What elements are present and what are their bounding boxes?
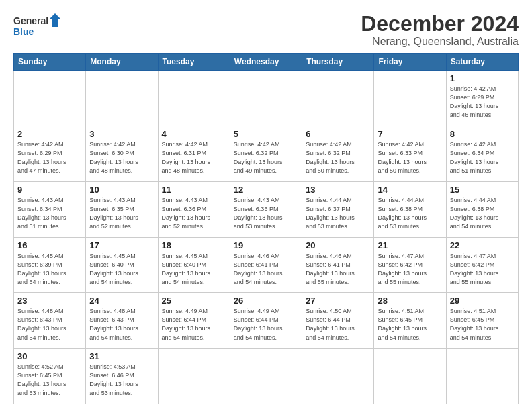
calendar-week-1: 1Sunrise: 4:42 AM Sunset: 6:29 PM Daylig… [14, 71, 519, 126]
calendar-cell: 7Sunrise: 4:42 AM Sunset: 6:33 PM Daylig… [374, 126, 446, 181]
calendar-header-saturday: Saturday [446, 54, 518, 71]
day-number: 25 [162, 295, 226, 306]
calendar-cell: 25Sunrise: 4:49 AM Sunset: 6:44 PM Dayli… [158, 293, 230, 349]
calendar-cell: 16Sunrise: 4:45 AM Sunset: 6:39 PM Dayli… [14, 237, 86, 293]
calendar-cell [158, 71, 230, 126]
day-info: Sunrise: 4:42 AM Sunset: 6:32 PM Dayligh… [306, 140, 370, 175]
day-number: 10 [89, 185, 154, 195]
day-info: Sunrise: 4:42 AM Sunset: 6:34 PM Dayligh… [450, 140, 515, 175]
calendar-week-6: 30Sunrise: 4:52 AM Sunset: 6:45 PM Dayli… [14, 349, 519, 404]
day-number: 7 [378, 129, 442, 139]
calendar-cell [86, 71, 158, 126]
day-info: Sunrise: 4:48 AM Sunset: 6:43 PM Dayligh… [17, 307, 82, 342]
calendar-week-3: 9Sunrise: 4:43 AM Sunset: 6:34 PM Daylig… [14, 181, 519, 237]
day-number: 21 [378, 240, 442, 250]
calendar-cell [302, 71, 374, 126]
calendar-header-sunday: Sunday [14, 54, 86, 71]
day-number: 3 [89, 129, 154, 139]
day-info: Sunrise: 4:42 AM Sunset: 6:31 PM Dayligh… [162, 140, 226, 175]
day-info: Sunrise: 4:51 AM Sunset: 6:45 PM Dayligh… [450, 307, 515, 342]
calendar-cell: 6Sunrise: 4:42 AM Sunset: 6:32 PM Daylig… [302, 126, 374, 181]
calendar-cell: 9Sunrise: 4:43 AM Sunset: 6:34 PM Daylig… [14, 181, 86, 237]
day-info: Sunrise: 4:42 AM Sunset: 6:30 PM Dayligh… [89, 140, 154, 175]
calendar-cell: 30Sunrise: 4:52 AM Sunset: 6:45 PM Dayli… [14, 349, 86, 404]
calendar-cell: 15Sunrise: 4:44 AM Sunset: 6:38 PM Dayli… [446, 181, 518, 237]
calendar-cell: 21Sunrise: 4:47 AM Sunset: 6:42 PM Dayli… [374, 237, 446, 293]
sub-title: Nerang, Queensland, Australia [361, 36, 519, 48]
day-number: 6 [306, 129, 370, 139]
calendar-header-thursday: Thursday [302, 54, 374, 71]
header: General Blue December 2024 Nerang, Queen… [13, 12, 519, 48]
day-number: 2 [17, 129, 82, 139]
day-info: Sunrise: 4:48 AM Sunset: 6:43 PM Dayligh… [89, 307, 154, 342]
calendar-cell: 29Sunrise: 4:51 AM Sunset: 6:45 PM Dayli… [446, 293, 518, 349]
day-info: Sunrise: 4:51 AM Sunset: 6:45 PM Dayligh… [378, 307, 442, 342]
day-info: Sunrise: 4:42 AM Sunset: 6:32 PM Dayligh… [234, 140, 298, 175]
day-info: Sunrise: 4:49 AM Sunset: 6:44 PM Dayligh… [162, 307, 226, 342]
logo: General Blue [13, 12, 60, 42]
day-info: Sunrise: 4:42 AM Sunset: 6:29 PM Dayligh… [17, 140, 82, 175]
day-info: Sunrise: 4:53 AM Sunset: 6:46 PM Dayligh… [89, 363, 154, 398]
day-info: Sunrise: 4:52 AM Sunset: 6:45 PM Dayligh… [17, 363, 82, 398]
calendar-cell: 3Sunrise: 4:42 AM Sunset: 6:30 PM Daylig… [86, 126, 158, 181]
day-number: 19 [234, 240, 298, 250]
day-number: 20 [306, 240, 370, 250]
calendar-cell: 19Sunrise: 4:46 AM Sunset: 6:41 PM Dayli… [230, 237, 302, 293]
day-number: 31 [89, 351, 154, 361]
calendar-week-5: 23Sunrise: 4:48 AM Sunset: 6:43 PM Dayli… [14, 293, 519, 349]
title-block: December 2024 Nerang, Queensland, Austra… [361, 12, 519, 48]
day-number: 5 [234, 129, 298, 139]
calendar-header-friday: Friday [374, 54, 446, 71]
logo-svg: General Blue [13, 12, 60, 42]
day-info: Sunrise: 4:47 AM Sunset: 6:42 PM Dayligh… [450, 252, 515, 287]
day-info: Sunrise: 4:45 AM Sunset: 6:40 PM Dayligh… [89, 252, 154, 287]
calendar-cell: 31Sunrise: 4:53 AM Sunset: 6:46 PM Dayli… [86, 349, 158, 404]
day-number: 28 [378, 295, 442, 306]
day-number: 22 [450, 240, 515, 250]
day-number: 18 [162, 240, 226, 250]
calendar-cell: 28Sunrise: 4:51 AM Sunset: 6:45 PM Dayli… [374, 293, 446, 349]
day-number: 27 [306, 295, 370, 306]
day-info: Sunrise: 4:45 AM Sunset: 6:39 PM Dayligh… [17, 252, 82, 287]
day-info: Sunrise: 4:42 AM Sunset: 6:33 PM Dayligh… [378, 140, 442, 175]
day-number: 15 [450, 185, 515, 195]
day-number: 16 [17, 240, 82, 250]
calendar-cell [446, 349, 518, 404]
day-info: Sunrise: 4:47 AM Sunset: 6:42 PM Dayligh… [378, 252, 442, 287]
day-number: 23 [17, 295, 82, 306]
day-number: 12 [234, 185, 298, 195]
day-number: 1 [450, 73, 515, 83]
day-info: Sunrise: 4:49 AM Sunset: 6:44 PM Dayligh… [234, 307, 298, 342]
day-info: Sunrise: 4:43 AM Sunset: 6:35 PM Dayligh… [89, 196, 154, 231]
day-info: Sunrise: 4:44 AM Sunset: 6:37 PM Dayligh… [306, 196, 370, 231]
calendar-header-row: SundayMondayTuesdayWednesdayThursdayFrid… [14, 54, 519, 71]
calendar-cell [158, 349, 230, 404]
calendar-cell: 12Sunrise: 4:43 AM Sunset: 6:36 PM Dayli… [230, 181, 302, 237]
day-number: 14 [378, 185, 442, 195]
calendar-header-tuesday: Tuesday [158, 54, 230, 71]
svg-marker-2 [50, 13, 60, 27]
svg-text:General: General [13, 15, 48, 26]
day-number: 13 [306, 185, 370, 195]
calendar-cell: 26Sunrise: 4:49 AM Sunset: 6:44 PM Dayli… [230, 293, 302, 349]
calendar-cell: 18Sunrise: 4:45 AM Sunset: 6:40 PM Dayli… [158, 237, 230, 293]
day-info: Sunrise: 4:46 AM Sunset: 6:41 PM Dayligh… [306, 252, 370, 287]
calendar-cell [230, 349, 302, 404]
day-info: Sunrise: 4:45 AM Sunset: 6:40 PM Dayligh… [162, 252, 226, 287]
day-number: 29 [450, 295, 515, 306]
calendar-cell: 27Sunrise: 4:50 AM Sunset: 6:44 PM Dayli… [302, 293, 374, 349]
calendar-header-wednesday: Wednesday [230, 54, 302, 71]
calendar-cell: 17Sunrise: 4:45 AM Sunset: 6:40 PM Dayli… [86, 237, 158, 293]
day-info: Sunrise: 4:44 AM Sunset: 6:38 PM Dayligh… [378, 196, 442, 231]
day-number: 24 [89, 295, 154, 306]
calendar-cell: 10Sunrise: 4:43 AM Sunset: 6:35 PM Dayli… [86, 181, 158, 237]
day-info: Sunrise: 4:42 AM Sunset: 6:29 PM Dayligh… [450, 85, 515, 120]
day-info: Sunrise: 4:46 AM Sunset: 6:41 PM Dayligh… [234, 252, 298, 287]
calendar-cell: 23Sunrise: 4:48 AM Sunset: 6:43 PM Dayli… [14, 293, 86, 349]
calendar-cell: 20Sunrise: 4:46 AM Sunset: 6:41 PM Dayli… [302, 237, 374, 293]
calendar-cell: 4Sunrise: 4:42 AM Sunset: 6:31 PM Daylig… [158, 126, 230, 181]
calendar-cell: 24Sunrise: 4:48 AM Sunset: 6:43 PM Dayli… [86, 293, 158, 349]
calendar-week-4: 16Sunrise: 4:45 AM Sunset: 6:39 PM Dayli… [14, 237, 519, 293]
calendar-cell: 2Sunrise: 4:42 AM Sunset: 6:29 PM Daylig… [14, 126, 86, 181]
day-number: 4 [162, 129, 226, 139]
